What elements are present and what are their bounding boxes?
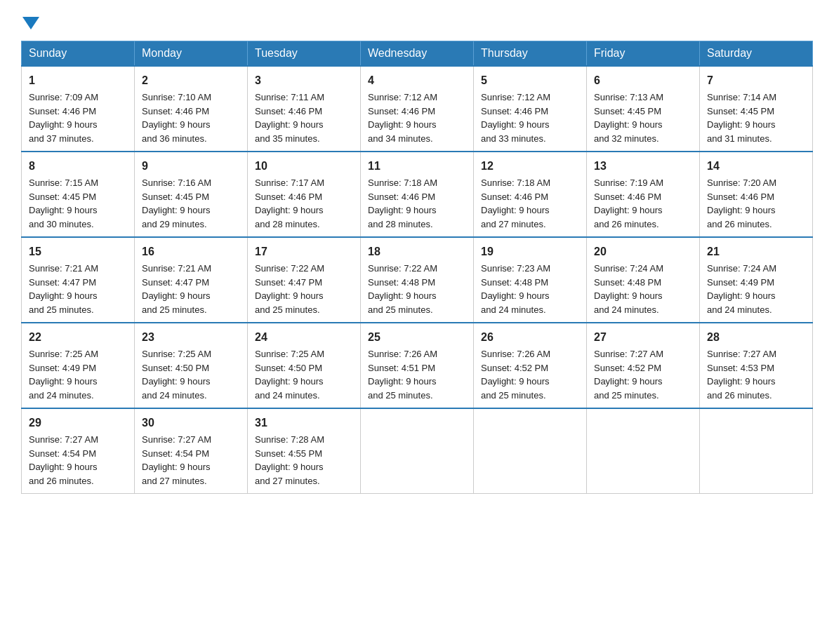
- calendar-day-cell: [474, 408, 587, 494]
- calendar-header-thursday: Thursday: [474, 41, 587, 67]
- calendar-day-cell: 18Sunrise: 7:22 AMSunset: 4:48 PMDayligh…: [361, 237, 474, 323]
- calendar-header-monday: Monday: [135, 41, 248, 67]
- calendar-day-cell: 20Sunrise: 7:24 AMSunset: 4:48 PMDayligh…: [587, 237, 700, 323]
- logo: [21, 14, 41, 27]
- calendar-day-cell: 3Sunrise: 7:11 AMSunset: 4:46 PMDaylight…: [248, 66, 361, 152]
- day-number: 22: [29, 329, 127, 346]
- calendar-week-row: 29Sunrise: 7:27 AMSunset: 4:54 PMDayligh…: [22, 408, 813, 494]
- day-number: 14: [707, 158, 805, 175]
- calendar-day-cell: 21Sunrise: 7:24 AMSunset: 4:49 PMDayligh…: [700, 237, 813, 323]
- day-number: 7: [707, 72, 805, 89]
- day-number: 11: [368, 158, 466, 175]
- day-number: 1: [29, 72, 127, 89]
- calendar-header-sunday: Sunday: [22, 41, 135, 67]
- calendar-day-cell: 1Sunrise: 7:09 AMSunset: 4:46 PMDaylight…: [22, 66, 135, 152]
- calendar-day-cell: 7Sunrise: 7:14 AMSunset: 4:45 PMDaylight…: [700, 66, 813, 152]
- day-number: 21: [707, 243, 805, 260]
- day-number: 27: [594, 329, 692, 346]
- calendar-day-cell: 22Sunrise: 7:25 AMSunset: 4:49 PMDayligh…: [22, 323, 135, 408]
- day-number: 13: [594, 158, 692, 175]
- calendar-day-cell: 15Sunrise: 7:21 AMSunset: 4:47 PMDayligh…: [22, 237, 135, 323]
- day-number: 18: [368, 243, 466, 260]
- calendar-day-cell: 4Sunrise: 7:12 AMSunset: 4:46 PMDaylight…: [361, 66, 474, 152]
- day-number: 6: [594, 72, 692, 89]
- calendar-day-cell: [361, 408, 474, 494]
- day-number: 31: [255, 415, 353, 431]
- calendar-day-cell: 8Sunrise: 7:15 AMSunset: 4:45 PMDaylight…: [22, 152, 135, 237]
- calendar-day-cell: 6Sunrise: 7:13 AMSunset: 4:45 PMDaylight…: [587, 66, 700, 152]
- calendar-day-cell: 11Sunrise: 7:18 AMSunset: 4:46 PMDayligh…: [361, 152, 474, 237]
- calendar-day-cell: 13Sunrise: 7:19 AMSunset: 4:46 PMDayligh…: [587, 152, 700, 237]
- page-header: [21, 14, 813, 27]
- calendar-day-cell: 17Sunrise: 7:22 AMSunset: 4:47 PMDayligh…: [248, 237, 361, 323]
- day-number: 30: [142, 415, 240, 431]
- day-number: 12: [481, 158, 579, 175]
- calendar-day-cell: 14Sunrise: 7:20 AMSunset: 4:46 PMDayligh…: [700, 152, 813, 237]
- calendar-header-friday: Friday: [587, 41, 700, 67]
- calendar-day-cell: [587, 408, 700, 494]
- calendar-day-cell: 10Sunrise: 7:17 AMSunset: 4:46 PMDayligh…: [248, 152, 361, 237]
- calendar-day-cell: 19Sunrise: 7:23 AMSunset: 4:48 PMDayligh…: [474, 237, 587, 323]
- calendar-day-cell: 24Sunrise: 7:25 AMSunset: 4:50 PMDayligh…: [248, 323, 361, 408]
- day-number: 29: [29, 415, 127, 431]
- calendar-day-cell: 31Sunrise: 7:28 AMSunset: 4:55 PMDayligh…: [248, 408, 361, 494]
- day-number: 10: [255, 158, 353, 175]
- day-number: 3: [255, 72, 353, 89]
- calendar-day-cell: 23Sunrise: 7:25 AMSunset: 4:50 PMDayligh…: [135, 323, 248, 408]
- calendar-day-cell: 26Sunrise: 7:26 AMSunset: 4:52 PMDayligh…: [474, 323, 587, 408]
- calendar-day-cell: 16Sunrise: 7:21 AMSunset: 4:47 PMDayligh…: [135, 237, 248, 323]
- calendar-day-cell: 5Sunrise: 7:12 AMSunset: 4:46 PMDaylight…: [474, 66, 587, 152]
- calendar-day-cell: [700, 408, 813, 494]
- calendar-week-row: 15Sunrise: 7:21 AMSunset: 4:47 PMDayligh…: [22, 237, 813, 323]
- day-number: 24: [255, 329, 353, 346]
- day-number: 20: [594, 243, 692, 260]
- day-number: 28: [707, 329, 805, 346]
- day-number: 26: [481, 329, 579, 346]
- calendar-day-cell: 12Sunrise: 7:18 AMSunset: 4:46 PMDayligh…: [474, 152, 587, 237]
- calendar-header-wednesday: Wednesday: [361, 41, 474, 67]
- day-number: 16: [142, 243, 240, 260]
- logo-arrow-icon: [22, 17, 39, 29]
- day-number: 2: [142, 72, 240, 89]
- calendar-week-row: 1Sunrise: 7:09 AMSunset: 4:46 PMDaylight…: [22, 66, 813, 152]
- calendar-day-cell: 9Sunrise: 7:16 AMSunset: 4:45 PMDaylight…: [135, 152, 248, 237]
- calendar-header-saturday: Saturday: [700, 41, 813, 67]
- day-number: 5: [481, 72, 579, 89]
- day-number: 25: [368, 329, 466, 346]
- calendar-week-row: 22Sunrise: 7:25 AMSunset: 4:49 PMDayligh…: [22, 323, 813, 408]
- calendar-day-cell: 25Sunrise: 7:26 AMSunset: 4:51 PMDayligh…: [361, 323, 474, 408]
- day-number: 23: [142, 329, 240, 346]
- calendar-day-cell: 30Sunrise: 7:27 AMSunset: 4:54 PMDayligh…: [135, 408, 248, 494]
- day-number: 15: [29, 243, 127, 260]
- day-number: 17: [255, 243, 353, 260]
- calendar-day-cell: 27Sunrise: 7:27 AMSunset: 4:52 PMDayligh…: [587, 323, 700, 408]
- calendar-header-row: SundayMondayTuesdayWednesdayThursdayFrid…: [22, 41, 813, 67]
- day-number: 8: [29, 158, 127, 175]
- day-number: 4: [368, 72, 466, 89]
- calendar-table: SundayMondayTuesdayWednesdayThursdayFrid…: [21, 41, 813, 494]
- calendar-day-cell: 2Sunrise: 7:10 AMSunset: 4:46 PMDaylight…: [135, 66, 248, 152]
- calendar-day-cell: 29Sunrise: 7:27 AMSunset: 4:54 PMDayligh…: [22, 408, 135, 494]
- calendar-week-row: 8Sunrise: 7:15 AMSunset: 4:45 PMDaylight…: [22, 152, 813, 237]
- calendar-day-cell: 28Sunrise: 7:27 AMSunset: 4:53 PMDayligh…: [700, 323, 813, 408]
- day-number: 9: [142, 158, 240, 175]
- day-number: 19: [481, 243, 579, 260]
- calendar-header-tuesday: Tuesday: [248, 41, 361, 67]
